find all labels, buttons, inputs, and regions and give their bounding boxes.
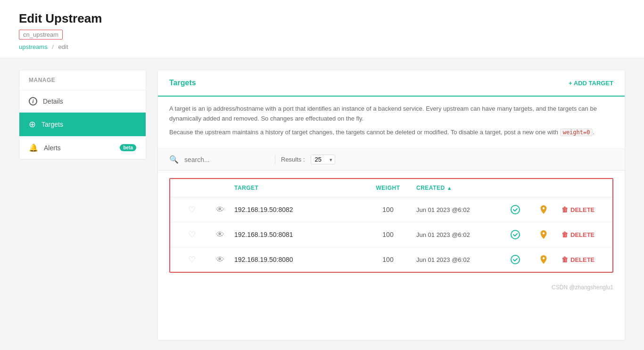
panel-title: Targets <box>169 79 196 87</box>
add-target-button[interactable]: + ADD TARGET <box>569 80 613 87</box>
row1-tag-icon[interactable] <box>529 204 558 215</box>
svg-point-2 <box>511 255 520 264</box>
results-select-wrapper: 25 50 100 <box>311 155 335 164</box>
row1-created: Jun 01 2023 @6:02 <box>416 206 501 213</box>
row3-delete[interactable]: 🗑 DELETE <box>558 254 605 265</box>
eye-icon[interactable]: 👁 <box>216 205 224 215</box>
row3-view[interactable]: 👁 <box>206 255 234 265</box>
row2-check-icon[interactable] <box>501 229 529 240</box>
col-favorite <box>178 185 206 191</box>
content-panel: Targets + ADD TARGET A target is an ip a… <box>157 70 625 341</box>
row2-delete[interactable]: 🗑 DELETE <box>558 229 605 240</box>
row1-view[interactable]: 👁 <box>206 205 234 215</box>
watermark: CSDN @zhangshenglu1 <box>158 280 625 298</box>
row2-weight: 100 <box>360 231 416 238</box>
sidebar-item-details[interactable]: i Details <box>19 90 146 113</box>
eye-icon[interactable]: 👁 <box>216 255 224 265</box>
table-row: ♡ 👁 192.168.19.50:8080 100 Jun 01 2023 @… <box>170 247 612 272</box>
eye-icon[interactable]: 👁 <box>216 230 224 240</box>
sidebar-item-targets-label: Targets <box>41 121 63 128</box>
row3-created: Jun 01 2023 @6:02 <box>416 256 501 263</box>
heart-icon[interactable]: ♡ <box>188 229 196 240</box>
heart-icon[interactable]: ♡ <box>188 254 196 265</box>
row3-target: 192.168.19.50:8080 <box>234 256 360 263</box>
col-check <box>501 185 529 191</box>
bell-icon: 🔔 <box>29 143 38 152</box>
alerts-beta-badge: beta <box>120 144 136 151</box>
breadcrumb: upstreams / edit <box>19 43 625 50</box>
heart-icon[interactable]: ♡ <box>188 204 196 215</box>
upstream-name-badge: cn_upstream <box>19 30 63 40</box>
page-title: Edit Upstream <box>19 11 625 26</box>
row1-weight: 100 <box>360 206 416 213</box>
targets-table: TARGET WEIGHT CREATED ▲ ♡ 👁 <box>169 178 613 273</box>
row3-check-icon[interactable] <box>501 254 529 265</box>
sidebar: Manage i Details ⊕ Targets 🔔 Alerts beta <box>19 70 146 160</box>
row1-delete-button[interactable]: 🗑 DELETE <box>558 204 598 215</box>
col-actions <box>558 185 605 191</box>
sidebar-item-alerts[interactable]: 🔔 Alerts beta <box>19 137 146 159</box>
results-label: Results : <box>281 156 305 163</box>
col-created[interactable]: CREATED ▲ <box>416 185 501 191</box>
table-row: ♡ 👁 192.168.19.50:8082 100 Jun 01 2023 @… <box>170 197 612 222</box>
svg-point-0 <box>511 205 520 214</box>
col-view <box>206 185 234 191</box>
table-row: ♡ 👁 192.168.19.50:8081 100 Jun 01 2023 @… <box>170 222 612 247</box>
breadcrumb-separator: / <box>52 43 54 50</box>
table-header: TARGET WEIGHT CREATED ▲ <box>170 179 612 197</box>
row2-delete-button[interactable]: 🗑 DELETE <box>558 229 598 240</box>
sidebar-item-alerts-label: Alerts <box>44 144 61 152</box>
row1-target: 192.168.19.50:8082 <box>234 206 360 213</box>
sidebar-section-title: Manage <box>19 70 146 90</box>
search-input[interactable] <box>184 156 269 163</box>
breadcrumb-parent-link[interactable]: upstreams <box>19 43 48 50</box>
row2-view[interactable]: 👁 <box>206 230 234 240</box>
svg-point-1 <box>511 230 520 239</box>
trash-icon: 🗑 <box>561 256 568 263</box>
panel-header: Targets + ADD TARGET <box>158 70 625 97</box>
row1-favorite[interactable]: ♡ <box>178 204 206 215</box>
col-target[interactable]: TARGET <box>234 185 360 191</box>
col-weight[interactable]: WEIGHT <box>360 185 416 191</box>
info-icon: i <box>29 97 37 106</box>
row3-favorite[interactable]: ♡ <box>178 254 206 265</box>
description-line-2: Because the upstream maintains a history… <box>169 128 613 138</box>
row1-check-icon[interactable] <box>501 204 529 215</box>
col-tag <box>529 185 558 191</box>
code-weight-zero: weight=0 <box>560 129 593 136</box>
search-icon: 🔍 <box>169 155 179 164</box>
row2-created: Jun 01 2023 @6:02 <box>416 231 501 238</box>
row1-delete[interactable]: 🗑 DELETE <box>558 204 605 215</box>
target-icon: ⊕ <box>29 119 36 130</box>
row3-weight: 100 <box>360 256 416 263</box>
row2-tag-icon[interactable] <box>529 229 558 240</box>
breadcrumb-current: edit <box>58 43 68 50</box>
description-block: A target is an ip address/hostname with … <box>158 97 625 149</box>
description-suffix: . <box>593 129 594 136</box>
trash-icon: 🗑 <box>561 206 568 213</box>
row3-delete-button[interactable]: 🗑 DELETE <box>558 254 598 265</box>
results-per-page-select[interactable]: 25 50 100 <box>311 155 335 164</box>
sidebar-item-details-label: Details <box>43 98 63 105</box>
trash-icon: 🗑 <box>561 231 568 238</box>
search-divider <box>275 155 275 164</box>
main-content: Manage i Details ⊕ Targets 🔔 Alerts beta… <box>0 58 644 350</box>
sort-arrow-created: ▲ <box>447 185 452 191</box>
row3-tag-icon[interactable] <box>529 254 558 265</box>
search-bar: 🔍 Results : 25 50 100 <box>158 149 625 171</box>
description-line-1: A target is an ip address/hostname with … <box>169 104 613 124</box>
sidebar-item-targets[interactable]: ⊕ Targets <box>19 113 146 137</box>
row2-favorite[interactable]: ♡ <box>178 229 206 240</box>
top-header: Edit Upstream cn_upstream upstreams / ed… <box>0 0 644 58</box>
row2-target: 192.168.19.50:8081 <box>234 231 360 238</box>
